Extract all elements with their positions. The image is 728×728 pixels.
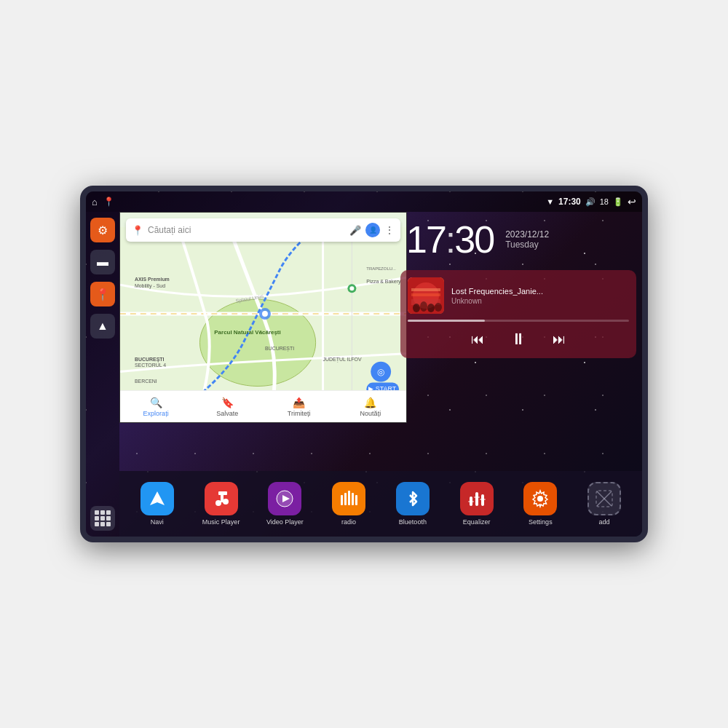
map-container: ◎ ▶ START AXIS Premium Mobility - Sud Pi… [119, 212, 407, 423]
pause-button[interactable]: ⏸ [507, 328, 530, 351]
svg-rect-46 [355, 495, 357, 505]
user-avatar[interactable]: 👤 [365, 223, 380, 237]
battery-icon: 🔋 [613, 197, 623, 207]
next-button[interactable]: ⏭ [547, 328, 571, 351]
news-icon: 🔔 [364, 397, 376, 408]
music-info: Lost Frequencies_Janie... Unknown [451, 287, 629, 305]
app-music-player[interactable]: Music Player [191, 479, 252, 529]
svg-rect-39 [218, 491, 227, 495]
svg-point-33 [427, 304, 435, 312]
svg-rect-28 [411, 288, 440, 291]
app-navi[interactable]: Navi [127, 479, 188, 529]
music-controls: ⏮ ⏸ ⏭ [408, 328, 629, 351]
prev-button[interactable]: ⏮ [466, 328, 489, 351]
map-nav-share[interactable]: 📤 Trimiteți [264, 397, 335, 417]
files-sidebar-button[interactable]: ▬ [90, 250, 115, 274]
app-equalizer[interactable]: Equalizer [446, 479, 507, 529]
app-radio[interactable]: radio [318, 479, 379, 529]
music-section: Lost Frequencies_Janie... Unknown ⏮ ⏸ [400, 270, 636, 358]
svg-text:Parcul Natural Văcărești: Parcul Natural Văcărești [214, 329, 280, 336]
app-add[interactable]: add [574, 479, 635, 529]
back-icon[interactable]: ↩ [628, 196, 636, 207]
svg-point-36 [215, 500, 221, 506]
clock-date-text: 2023/12/12 [505, 229, 549, 240]
map-sidebar-button[interactable]: 📍 [90, 282, 115, 306]
app-settings[interactable]: Settings [510, 479, 571, 529]
svg-text:TRAPEZOLU...: TRAPEZOLU... [366, 266, 396, 271]
svg-point-34 [435, 303, 442, 312]
map-sidebar-icon: 📍 [95, 288, 110, 301]
svg-rect-45 [352, 493, 354, 505]
svg-rect-44 [348, 491, 350, 505]
equalizer-label: Equalizer [463, 518, 491, 526]
svg-rect-29 [411, 293, 440, 296]
svg-point-37 [223, 499, 229, 505]
mic-icon[interactable]: 🎤 [349, 225, 361, 236]
saved-icon: 🔖 [221, 397, 234, 408]
music-player-icon [205, 482, 238, 515]
svg-text:BERCENI: BERCENI [135, 379, 157, 384]
status-time: 17:30 [558, 197, 581, 207]
home-icon[interactable]: ⌂ [92, 197, 98, 207]
navi-icon [141, 482, 174, 515]
svg-rect-42 [341, 495, 343, 505]
svg-point-9 [349, 286, 354, 290]
more-options-icon[interactable]: ⋮ [384, 224, 395, 236]
svg-point-53 [537, 496, 543, 502]
nav-sidebar-button[interactable]: ▲ [90, 314, 115, 339]
svg-text:BUCUREȘTI: BUCUREȘTI [135, 357, 165, 363]
svg-point-7 [262, 311, 268, 317]
map-search-text: Căutați aici [148, 225, 345, 235]
apps-grid-icon [95, 510, 111, 526]
radio-icon [332, 482, 365, 515]
svg-point-31 [413, 304, 420, 312]
prev-icon: ⏮ [471, 332, 484, 347]
svg-rect-48 [475, 492, 478, 506]
clock-day-text: Tuesday [505, 240, 549, 250]
settings-sidebar-button[interactable]: ⚙ [90, 218, 115, 242]
music-progress-bar[interactable] [408, 320, 629, 322]
map-nav-saved[interactable]: 🔖 Salvate [191, 397, 263, 417]
explore-icon: 🔍 [150, 397, 162, 408]
clock-hours: 17 [406, 218, 446, 261]
apps-sidebar-button[interactable] [90, 506, 115, 531]
svg-rect-51 [474, 496, 480, 498]
map-nav-explore[interactable]: 🔍 Explorați [120, 397, 191, 417]
battery-level: 18 [600, 197, 609, 206]
clock-minutes: 30 [454, 218, 494, 261]
app-bluetooth[interactable]: Bluetooth [382, 479, 443, 529]
status-bar: ⌂ 📍 ▼ 17:30 🔊 18 🔋 ↩ [86, 191, 642, 212]
map-search-bar[interactable]: 📍 Căutați aici 🎤 👤 ⋮ [126, 218, 400, 242]
svg-text:AXIS Premium: AXIS Premium [135, 277, 170, 282]
map-background: ◎ ▶ START AXIS Premium Mobility - Sud Pi… [120, 213, 406, 422]
video-player-icon [268, 482, 301, 515]
wifi-icon: ▼ [546, 197, 554, 206]
bluetooth-icon [396, 482, 430, 515]
app-video-player[interactable]: Video Player [255, 479, 316, 529]
map-bottom-nav: 🔍 Explorați 🔖 Salvate 📤 Trimiteți � [120, 390, 406, 422]
device-frame: ⌂ 📍 ▼ 17:30 🔊 18 🔋 ↩ ⚙ ▬ 📍 [80, 186, 648, 542]
settings-icon [523, 482, 557, 515]
apps-dock: Navi Music Player [119, 471, 642, 537]
radio-label: radio [341, 518, 356, 526]
clock-date: 2023/12/12 Tuesday [505, 229, 549, 250]
map-pin-icon[interactable]: 📍 [103, 197, 114, 207]
svg-rect-52 [480, 499, 486, 500]
status-left: ⌂ 📍 [92, 197, 114, 207]
bluetooth-label: Bluetooth [399, 518, 427, 526]
google-maps-icon: 📍 [132, 225, 143, 236]
saved-label: Salvate [216, 410, 238, 417]
add-icon [587, 482, 621, 515]
music-header: Lost Frequencies_Janie... Unknown [408, 277, 629, 314]
files-sidebar-icon: ▬ [97, 256, 108, 269]
share-label: Trimiteți [288, 410, 311, 417]
screen: ⌂ 📍 ▼ 17:30 🔊 18 🔋 ↩ ⚙ ▬ 📍 [86, 191, 642, 537]
volume-icon: 🔊 [585, 197, 596, 207]
svg-text:◎: ◎ [377, 367, 384, 377]
add-label: add [599, 518, 610, 526]
equalizer-icon [460, 482, 494, 515]
svg-text:JUDEȚUL ILFOV: JUDEȚUL ILFOV [323, 357, 362, 363]
music-progress-fill [408, 320, 485, 322]
share-icon: 📤 [293, 397, 305, 408]
navi-label: Navi [151, 518, 164, 526]
